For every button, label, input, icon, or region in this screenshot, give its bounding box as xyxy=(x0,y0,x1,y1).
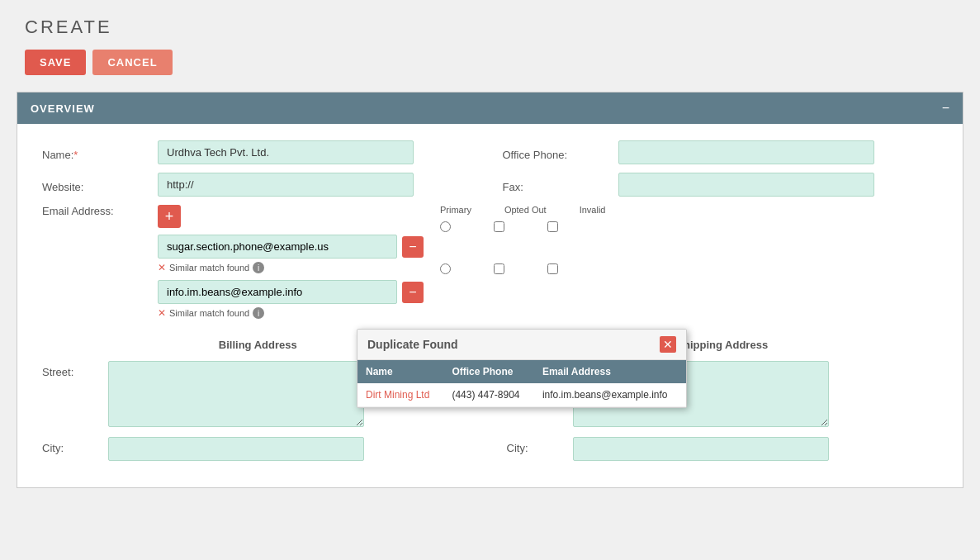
email-row-1: − xyxy=(158,235,424,259)
opted-out-checkbox-1[interactable] xyxy=(494,221,504,232)
office-phone-group: Office Phone: xyxy=(503,140,939,164)
similar-match-1: ✕ Similar match found i xyxy=(158,262,424,273)
fax-input[interactable] xyxy=(618,173,874,197)
primary-radio-2[interactable] xyxy=(440,263,451,274)
dup-email-cell: info.im.beans@example.info xyxy=(534,383,686,407)
x-icon-2: ✕ xyxy=(158,307,166,319)
email-row: Email Address: + − ✕ Similar match found… xyxy=(42,205,938,325)
email-section: + − ✕ Similar match found i − xyxy=(158,205,424,325)
add-email-button[interactable]: + xyxy=(158,205,181,228)
billing-city-row: City: xyxy=(42,437,474,461)
invalid-header: Invalid xyxy=(580,205,606,215)
panel-body: Name: Office Phone: Website: Fax: Email … xyxy=(17,124,963,487)
dup-phone-cell: (443) 447-8904 xyxy=(443,383,533,407)
primary-header: Primary xyxy=(440,205,471,215)
fax-group: Fax: xyxy=(503,173,939,197)
invalid-checkbox-1[interactable] xyxy=(547,221,558,232)
billing-street-input[interactable] xyxy=(108,361,364,427)
similar-match-2: ✕ Similar match found i xyxy=(158,307,424,319)
billing-street-label: Street: xyxy=(42,361,108,378)
email-checkboxes: Primary Opted Out Invalid xyxy=(440,205,605,325)
dup-name-cell: Dirt Mining Ltd xyxy=(357,383,443,407)
shipping-city-row: City: xyxy=(507,437,939,461)
dup-name-link[interactable]: Dirt Mining Ltd xyxy=(366,389,429,401)
website-fax-row: Website: Fax: xyxy=(42,173,938,197)
remove-email-2-button[interactable]: − xyxy=(402,282,424,303)
x-icon-1: ✕ xyxy=(158,262,166,273)
panel-collapse-button[interactable]: − xyxy=(942,101,949,116)
similar-match-text-1: Similar match found xyxy=(169,263,249,273)
invalid-checkbox-2[interactable] xyxy=(547,263,558,274)
email-section-wrapper: + − ✕ Similar match found i − xyxy=(158,205,605,325)
email-row-2: − xyxy=(158,280,424,304)
page-title: CREATE xyxy=(25,17,955,38)
opted-out-checkbox-2[interactable] xyxy=(494,263,504,274)
website-group: Website: xyxy=(42,173,478,197)
website-label: Website: xyxy=(42,176,158,193)
checkbox-headers: Primary Opted Out Invalid xyxy=(440,205,605,215)
page-header: CREATE SAVE CANCEL xyxy=(0,0,980,83)
email-2-checkboxes xyxy=(440,263,605,274)
opted-out-header: Opted Out xyxy=(504,205,547,215)
name-group: Name: xyxy=(42,140,478,164)
remove-email-1-button[interactable]: − xyxy=(402,236,424,258)
email-1-checkboxes xyxy=(440,221,605,232)
duplicate-popup: Duplicate Found ✕ Name Office Phone Emai… xyxy=(357,329,687,408)
email-label: Email Address: xyxy=(42,205,158,217)
overview-panel: OVERVIEW − Name: Office Phone: Website: … xyxy=(17,92,963,488)
shipping-city-label: City: xyxy=(507,437,573,454)
toolbar: SAVE CANCEL xyxy=(25,50,955,75)
name-phone-row: Name: Office Phone: xyxy=(42,140,938,164)
billing-city-input[interactable] xyxy=(108,437,364,461)
duplicate-table: Name Office Phone Email Address Dirt Min… xyxy=(357,360,686,407)
duplicate-popup-overlay: Duplicate Found ✕ Name Office Phone Emai… xyxy=(357,329,687,408)
email-input-2[interactable] xyxy=(158,280,397,304)
shipping-city-input[interactable] xyxy=(573,437,829,461)
panel-header-title: OVERVIEW xyxy=(31,102,95,115)
office-phone-label: Office Phone: xyxy=(503,144,618,161)
popup-header: Duplicate Found ✕ xyxy=(357,330,686,360)
info-icon-2[interactable]: i xyxy=(253,307,264,319)
col-header-name: Name xyxy=(357,360,443,383)
primary-radio-1[interactable] xyxy=(440,221,451,232)
name-input[interactable] xyxy=(158,140,414,164)
panel-header: OVERVIEW − xyxy=(17,93,963,124)
popup-title: Duplicate Found xyxy=(367,338,458,351)
info-icon-1[interactable]: i xyxy=(253,262,264,273)
duplicate-row: Dirt Mining Ltd (443) 447-8904 info.im.b… xyxy=(357,383,686,407)
fax-label: Fax: xyxy=(503,176,618,193)
email-input-1[interactable] xyxy=(158,235,397,259)
name-label: Name: xyxy=(42,144,158,161)
billing-city-label: City: xyxy=(42,437,108,454)
office-phone-input[interactable] xyxy=(618,140,874,164)
similar-match-text-2: Similar match found xyxy=(169,308,249,318)
cancel-button[interactable]: CANCEL xyxy=(92,50,172,75)
col-header-email: Email Address xyxy=(534,360,686,383)
save-button[interactable]: SAVE xyxy=(25,50,86,75)
website-input[interactable] xyxy=(158,173,414,197)
popup-close-button[interactable]: ✕ xyxy=(660,336,676,353)
col-header-phone: Office Phone xyxy=(443,360,533,383)
